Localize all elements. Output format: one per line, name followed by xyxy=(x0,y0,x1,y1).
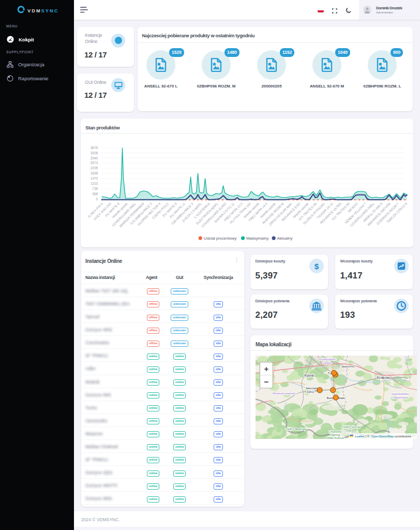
svg-text:0: 0 xyxy=(96,197,98,201)
svg-text:735: 735 xyxy=(93,187,98,190)
svg-text:Orava: Orava xyxy=(346,429,354,432)
svg-text:Maksymalny: Maksymalny xyxy=(246,236,268,241)
svg-text:Udział procentowy: Udział procentowy xyxy=(204,236,237,241)
svg-text:OpenStreetMap: OpenStreetMap xyxy=(371,434,394,437)
svg-text:województwo: województwo xyxy=(392,392,410,395)
svg-text:$: $ xyxy=(314,262,319,271)
svg-text:śląskie: śląskie xyxy=(323,361,332,364)
svg-text:oblast Kysuce: oblast Kysuce xyxy=(326,436,344,439)
svg-text:Rybnik: Rybnik xyxy=(304,373,314,377)
svg-text:Leaflet: Leaflet xyxy=(355,434,365,437)
svg-text:−: − xyxy=(264,377,269,386)
svg-text:CHKO Beskydy: CHKO Beskydy xyxy=(286,428,307,431)
svg-text:Aktualny: Aktualny xyxy=(277,236,293,241)
svg-text:Jaworzno: Jaworzno xyxy=(341,365,355,368)
svg-text:1103: 1103 xyxy=(91,182,98,186)
svg-text:małopolskie: małopolskie xyxy=(392,396,408,399)
svg-text:województwo: województwo xyxy=(319,357,336,360)
svg-text:Moravskoslezsko: Moravskoslezsko xyxy=(272,392,296,395)
svg-text:SYNC: SYNC xyxy=(41,8,59,13)
svg-text:Zdrój: Zdrój xyxy=(307,390,314,393)
svg-text:2940: 2940 xyxy=(91,156,98,160)
svg-text:contributors: contributors xyxy=(395,434,411,437)
svg-text:+: + xyxy=(264,364,269,373)
svg-text:368: 368 xyxy=(93,192,98,196)
svg-text:1470: 1470 xyxy=(91,177,98,181)
svg-text:| ©: | © xyxy=(366,434,370,437)
svg-text:2205: 2205 xyxy=(91,167,98,170)
svg-text:3675: 3675 xyxy=(91,146,98,150)
svg-text:VDM: VDM xyxy=(27,8,41,13)
svg-text:Kraków: Kraków xyxy=(377,375,391,380)
svg-text:1838: 1838 xyxy=(91,172,98,175)
svg-text:3308: 3308 xyxy=(91,151,98,155)
svg-text:CHKO Horná: CHKO Horná xyxy=(342,425,360,429)
svg-text:2573: 2573 xyxy=(91,161,98,165)
